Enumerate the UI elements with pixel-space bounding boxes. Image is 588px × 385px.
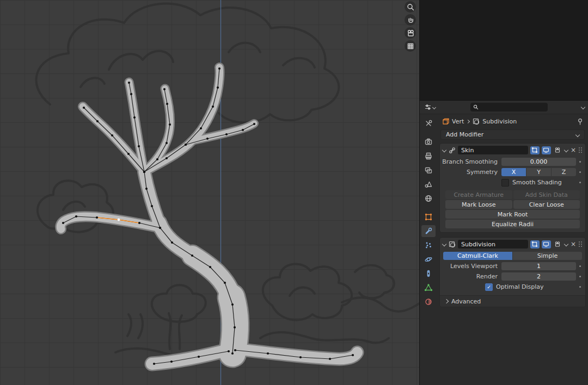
subdivision-modifier-panel: Subdivision Catmull-Clark Simple xyxy=(439,237,586,307)
subdivision-modifier-icon xyxy=(448,240,456,248)
empty-editor-area xyxy=(420,0,588,101)
tab-object-data[interactable] xyxy=(421,282,436,294)
edit-mode-display-toggle[interactable] xyxy=(530,146,540,154)
branch-smoothing-label: Branch Smoothing xyxy=(442,158,501,165)
decorator-dot[interactable] xyxy=(576,286,584,288)
tab-modifiers[interactable] xyxy=(421,225,436,237)
tab-output[interactable] xyxy=(421,150,436,162)
catmull-clark-toggle[interactable]: Catmull-Clark xyxy=(443,252,512,260)
modifier-name: Subdivision xyxy=(461,241,495,248)
decorator-dot[interactable] xyxy=(576,171,584,173)
properties-content: Vert Subdivision Add Modifier xyxy=(437,114,588,385)
equalize-radii-button[interactable]: Equalize Radii xyxy=(445,220,580,228)
modifier-extras-icon[interactable] xyxy=(564,148,568,152)
tab-object[interactable] xyxy=(421,211,436,223)
tab-render[interactable] xyxy=(421,136,436,148)
decorator-dot[interactable] xyxy=(576,182,584,183)
pan-hand-icon[interactable] xyxy=(405,14,416,26)
modifier-name-field[interactable]: Skin xyxy=(458,146,528,154)
tab-tool[interactable] xyxy=(421,117,436,129)
smooth-shading-row: Smooth Shading xyxy=(440,177,585,188)
3d-viewport[interactable] xyxy=(0,0,419,385)
active-vertex[interactable] xyxy=(118,219,120,221)
tab-constraints[interactable] xyxy=(421,268,436,280)
right-column: Vert Subdivision Add Modifier xyxy=(419,0,588,385)
drag-handle-icon[interactable] xyxy=(579,147,583,153)
symmetry-row: Symmetry X Y Z xyxy=(440,167,585,177)
decorator-dot[interactable] xyxy=(576,276,584,277)
levels-viewport-row: Levels Viewport 1 xyxy=(440,261,585,271)
advanced-subpanel-header[interactable]: Advanced xyxy=(440,295,585,307)
symmetry-z-toggle[interactable]: Z xyxy=(552,168,576,176)
chevron-down-icon xyxy=(575,132,580,136)
smooth-shading-checkbox[interactable] xyxy=(501,179,509,187)
edit-mode-display-toggle[interactable] xyxy=(530,240,540,249)
tab-scene[interactable] xyxy=(421,178,436,190)
search-icon xyxy=(473,104,479,110)
chevron-right-icon xyxy=(444,299,449,303)
add-skin-data-button[interactable]: Add Skin Data xyxy=(513,190,580,199)
levels-viewport-field[interactable]: 1 xyxy=(501,262,576,270)
realtime-display-toggle[interactable] xyxy=(542,240,551,249)
realtime-display-toggle[interactable] xyxy=(542,146,551,154)
symmetry-x-toggle[interactable]: X xyxy=(501,168,526,176)
drag-handle-icon[interactable] xyxy=(579,241,583,247)
branch-smoothing-field[interactable]: 0.000 xyxy=(501,158,576,166)
expand-icon[interactable] xyxy=(442,148,446,152)
modifier-name-field[interactable]: Subdivision xyxy=(458,240,528,249)
render-display-toggle[interactable] xyxy=(553,146,562,154)
viewport-gizmo-column xyxy=(405,1,416,52)
subdivision-modifier-icon xyxy=(472,117,480,125)
camera-view-icon[interactable] xyxy=(405,27,416,39)
branch-smoothing-row: Branch Smoothing 0.000 xyxy=(440,157,585,167)
subdivision-type-row: Catmull-Clark Simple xyxy=(440,251,585,261)
search-input[interactable] xyxy=(481,104,545,111)
properties-main: Vert Subdivision Add Modifier xyxy=(420,114,588,385)
optimal-display-label: Optimal Display xyxy=(496,283,544,290)
toggle-grid-icon[interactable] xyxy=(405,40,416,52)
breadcrumb-separator-icon xyxy=(466,119,470,123)
editor-type-button[interactable] xyxy=(423,103,437,111)
filter-dropdown-icon[interactable] xyxy=(581,105,585,109)
properties-search[interactable] xyxy=(470,103,548,111)
modifier-name: Skin xyxy=(461,147,474,154)
optimal-display-row: Optimal Display xyxy=(440,282,585,292)
breadcrumb-active-item[interactable]: Subdivision xyxy=(482,118,517,125)
tab-material[interactable] xyxy=(421,296,436,308)
decorator-dot[interactable] xyxy=(576,161,584,163)
close-icon[interactable] xyxy=(570,241,577,247)
mark-loose-button[interactable]: Mark Loose xyxy=(445,200,512,209)
zoom-icon[interactable] xyxy=(405,1,416,13)
modifier-extras-icon[interactable] xyxy=(564,242,568,246)
add-modifier-button[interactable]: Add Modifier xyxy=(440,129,585,140)
subdivision-panel-header[interactable]: Subdivision xyxy=(440,238,585,251)
properties-header xyxy=(420,101,588,114)
decorator-dot[interactable] xyxy=(576,265,584,267)
clear-loose-button[interactable]: Clear Loose xyxy=(513,200,580,209)
symmetry-y-toggle[interactable]: Y xyxy=(526,168,551,176)
expand-icon[interactable] xyxy=(442,242,446,246)
tab-world[interactable] xyxy=(421,192,436,204)
viewport-scene xyxy=(0,0,419,385)
render-display-toggle[interactable] xyxy=(553,240,562,249)
pin-icon[interactable] xyxy=(576,117,584,125)
tab-particles[interactable] xyxy=(421,239,436,251)
tab-physics[interactable] xyxy=(421,253,436,265)
optimal-display-checkbox[interactable] xyxy=(485,283,493,291)
render-levels-field[interactable]: 2 xyxy=(501,272,576,281)
render-levels-label: Render xyxy=(442,273,501,280)
mark-root-button[interactable]: Mark Root xyxy=(445,210,580,219)
properties-editor-icon xyxy=(424,103,432,111)
create-armature-button[interactable]: Create Armature xyxy=(445,190,512,199)
skin-modifier-icon xyxy=(448,146,456,154)
add-modifier-label: Add Modifier xyxy=(446,131,483,138)
skin-panel-header[interactable]: Skin xyxy=(440,144,585,157)
close-icon[interactable] xyxy=(570,147,577,153)
breadcrumb: Vert Subdivision xyxy=(439,114,586,128)
tree-mesh-surface xyxy=(60,67,357,364)
chevron-down-icon xyxy=(432,105,436,109)
simple-toggle[interactable]: Simple xyxy=(513,252,582,260)
levels-viewport-label: Levels Viewport xyxy=(442,263,501,270)
breadcrumb-object-name[interactable]: Vert xyxy=(452,118,464,125)
tab-view-layer[interactable] xyxy=(421,164,436,176)
